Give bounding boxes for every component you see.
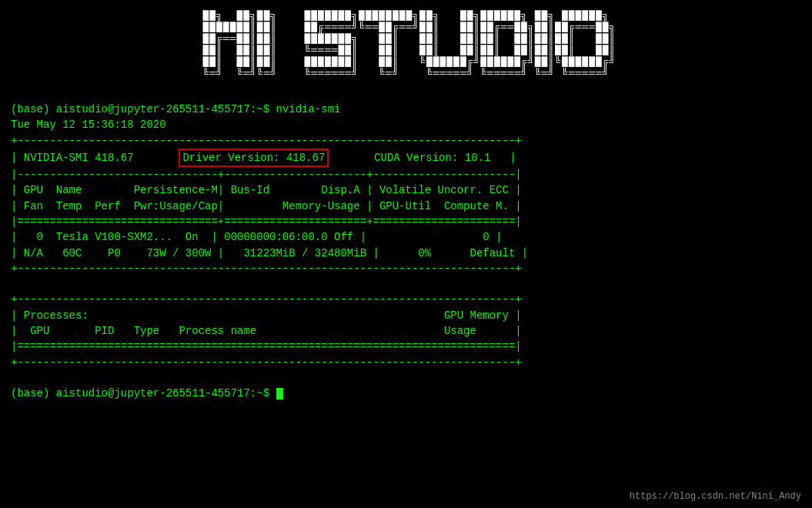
processes-border-bottom: +---------------------------------------… [11, 356, 522, 369]
cursor [276, 388, 283, 399]
processes-border-top: +---------------------------------------… [11, 293, 522, 306]
blank-line-2 [11, 372, 17, 384]
gpu-data-row-1: | 0 Tesla V100-SXM2... On | 00000000:06:… [11, 231, 503, 243]
nvidia-version: 418.67 [95, 152, 133, 164]
table-border-top: +---------------------------------------… [11, 135, 522, 147]
table-divider-2: |===============================+=======… [11, 216, 522, 228]
table-divider-1: |-------------------------------+-------… [11, 169, 522, 181]
terminal-content: (base) aistudio@jupyter-265511-455717:~$… [11, 86, 801, 417]
table-header-row: | NVIDIA-SMI 418.67 Driver Version: 418.… [11, 152, 516, 164]
blank-line-1 [11, 278, 17, 290]
table-cols-row-2: | Fan Temp Perf Pwr:Usage/Cap| Memory-Us… [11, 200, 522, 212]
logo-ascii-art: ██╗ ██╗██╗ ███████╗████████╗██╗ ██╗█████… [196, 11, 617, 80]
table-cols-row-1: | GPU Name Persistence-M| Bus-Id Disp.A … [11, 184, 522, 196]
driver-version-highlight: Driver Version: 418.67 [179, 149, 329, 167]
terminal-window: ██╗ ██╗██╗ ███████╗████████╗██╗ ██╗█████… [0, 0, 812, 508]
date-line: Tue May 12 15:36:18 2020 [11, 119, 166, 131]
table-border-mid: +---------------------------------------… [11, 262, 522, 275]
bottom-link: https://blog.csdn.net/Nini_Andy [630, 491, 801, 502]
command-line-1: (base) aistudio@jupyter-265511-455717:~$… [11, 103, 340, 115]
processes-divider: |=======================================… [11, 340, 522, 353]
logo-container: ██╗ ██╗██╗ ███████╗████████╗██╗ ██╗█████… [11, 11, 801, 80]
processes-cols: | GPU PID Type Process name Usage | [11, 325, 522, 337]
gpu-data-row-2: | N/A 60C P0 73W / 300W | 31223MiB / 324… [11, 247, 528, 259]
command-line-2: (base) aistudio@jupyter-265511-455717:~$ [11, 387, 283, 399]
processes-header: | Processes: GPU Memory | [11, 309, 522, 322]
